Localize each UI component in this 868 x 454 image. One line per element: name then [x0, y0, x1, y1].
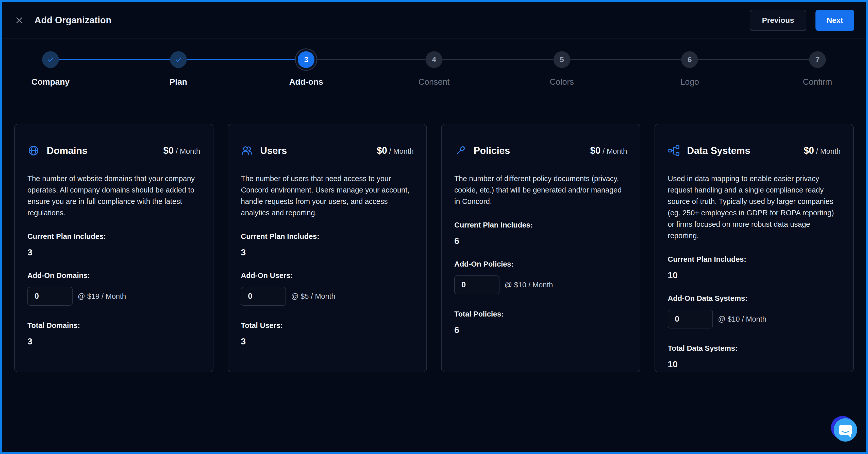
- step-add-ons[interactable]: 3 Add-ons: [298, 51, 314, 68]
- step-logo[interactable]: 6 Logo: [681, 51, 698, 68]
- current-plan-label: Current Plan Includes:: [668, 256, 841, 263]
- domains-card: Domains $0 / Month The number of website…: [14, 124, 213, 372]
- next-button[interactable]: Next: [815, 10, 854, 31]
- total-label: Total Users:: [241, 322, 414, 329]
- chat-launcher-button[interactable]: [831, 416, 859, 444]
- step-label: Colors: [550, 77, 574, 87]
- step-label: Confirm: [803, 77, 832, 87]
- total-label: Total Domains:: [27, 322, 200, 329]
- step-number: 5: [554, 51, 570, 68]
- step-connector: [314, 59, 426, 60]
- page-title: Add Organization: [34, 15, 112, 26]
- data-systems-card: Data Systems $0 / Month Used in data map…: [655, 124, 854, 372]
- step-colors[interactable]: 5 Colors: [554, 51, 570, 68]
- current-plan-label: Current Plan Includes:: [27, 233, 200, 240]
- users-card: Users $0 / Month The number of users tha…: [228, 124, 427, 372]
- step-consent[interactable]: 4 Consent: [426, 51, 442, 68]
- card-price: $0 / Month: [590, 145, 627, 156]
- step-label: Logo: [680, 77, 699, 87]
- card-description: Used in data mapping to enable easier pr…: [668, 173, 841, 241]
- step-confirm[interactable]: 7 Confirm: [809, 51, 826, 68]
- card-description: The number of users that need access to …: [241, 173, 414, 219]
- current-plan-label: Current Plan Includes:: [241, 233, 414, 240]
- total-value: 3: [241, 337, 414, 346]
- wizard-stepper: Company Plan 3 Add-ons 4 Consent 5 Color…: [2, 51, 866, 68]
- close-icon[interactable]: [14, 15, 25, 26]
- current-plan-value: 3: [27, 248, 200, 257]
- total-label: Total Data Systems:: [668, 345, 841, 352]
- step-plan[interactable]: Plan: [170, 51, 187, 68]
- addon-domains-input[interactable]: [27, 287, 72, 305]
- step-number: 7: [809, 51, 826, 68]
- step-connector: [698, 59, 809, 60]
- add-ons-cards: Domains $0 / Month The number of website…: [2, 124, 866, 372]
- step-connector: [187, 59, 298, 60]
- addon-users-input[interactable]: [241, 287, 286, 305]
- step-label: Company: [31, 77, 69, 87]
- step-connector: [570, 59, 681, 60]
- card-description: The number of different policy documents…: [454, 173, 627, 207]
- card-title: Data Systems: [687, 145, 750, 156]
- gavel-icon: [454, 144, 466, 157]
- users-icon: [241, 144, 253, 157]
- total-label: Total Policies:: [454, 311, 627, 318]
- addon-label: Add-On Data Systems:: [668, 295, 841, 302]
- card-title: Users: [260, 145, 287, 156]
- addon-rate: @ $10 / Month: [504, 281, 553, 289]
- policies-card: Policies $0 / Month The number of differ…: [441, 124, 640, 372]
- card-description: The number of website domains that your …: [27, 173, 200, 219]
- current-plan-value: 10: [668, 271, 841, 280]
- addon-label: Add-On Users:: [241, 272, 414, 279]
- addon-data-systems-input[interactable]: [668, 310, 713, 328]
- check-icon: [42, 51, 59, 68]
- step-label: Plan: [169, 77, 187, 87]
- data-systems-icon: [668, 144, 680, 157]
- addon-rate: @ $10 / Month: [718, 315, 767, 323]
- globe-icon: [27, 144, 40, 157]
- card-price: $0 / Month: [804, 145, 841, 156]
- step-label: Consent: [418, 77, 450, 87]
- previous-button[interactable]: Previous: [750, 10, 806, 31]
- step-number: 3: [298, 51, 314, 68]
- step-number: 4: [426, 51, 442, 68]
- card-price: $0 / Month: [163, 145, 200, 156]
- card-price: $0 / Month: [377, 145, 414, 156]
- addon-policies-input[interactable]: [454, 275, 499, 294]
- modal-header: Add Organization Previous Next: [2, 2, 866, 39]
- step-connector: [442, 59, 554, 60]
- step-company[interactable]: Company: [42, 51, 59, 68]
- card-title: Domains: [47, 145, 87, 156]
- step-number: 6: [681, 51, 698, 68]
- total-value: 10: [668, 360, 841, 368]
- addon-label: Add-On Policies:: [454, 260, 627, 268]
- card-title: Policies: [474, 145, 510, 156]
- addon-rate: @ $5 / Month: [291, 292, 336, 300]
- addon-rate: @ $19 / Month: [78, 292, 126, 300]
- total-value: 3: [27, 337, 200, 346]
- total-value: 6: [454, 325, 627, 334]
- add-organization-modal: Add Organization Previous Next Company P…: [0, 0, 868, 454]
- current-plan-value: 6: [454, 236, 627, 245]
- addon-label: Add-On Domains:: [27, 272, 200, 279]
- step-connector: [59, 59, 170, 60]
- check-icon: [170, 51, 187, 68]
- current-plan-label: Current Plan Includes:: [454, 221, 627, 229]
- current-plan-value: 3: [241, 248, 414, 257]
- step-label: Add-ons: [289, 77, 323, 87]
